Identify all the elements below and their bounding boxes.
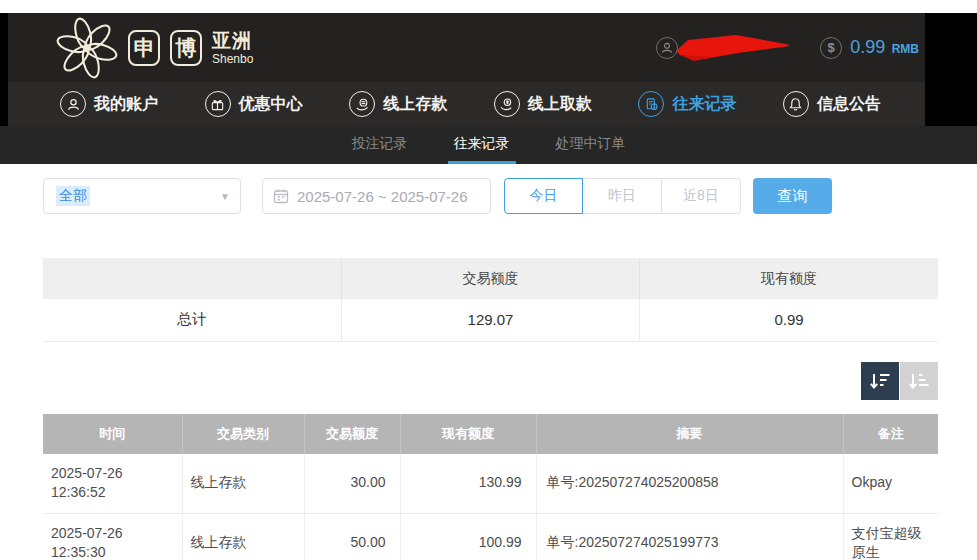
- date-range-value: 2025-07-26 ~ 2025-07-26: [297, 188, 468, 205]
- site-logo[interactable]: 申 博 亚洲 Shenbo: [56, 17, 253, 79]
- bell-icon: [783, 91, 809, 117]
- logo-wordmark: 亚洲 Shenbo: [212, 31, 253, 65]
- col-header-note: 备注: [843, 414, 938, 454]
- username-display[interactable]: [656, 31, 796, 65]
- col-header-time: 时间: [43, 414, 182, 454]
- cell-note: 支付宝超级原生: [843, 513, 938, 560]
- summary-table: 交易额度 现有额度 总计 129.07 0.99: [43, 258, 938, 342]
- cell-summary: 单号:202507274025200858: [536, 454, 843, 514]
- account-area: $ 0.99 RMB: [656, 31, 919, 65]
- dollar-circle-icon: $: [820, 37, 842, 59]
- cell-note: Okpay: [843, 454, 938, 514]
- cell-type: 线上存款: [182, 513, 304, 560]
- type-select[interactable]: 全部 ▼: [43, 178, 241, 214]
- table-row: 2025-07-26 12:36:52 线上存款 30.00 130.99 单号…: [43, 454, 938, 514]
- summary-header-row: 交易额度 现有额度: [43, 258, 938, 299]
- records-content: 全部 ▼ 2025-07-26 ~ 2025-07-26 今日 昨日: [0, 164, 977, 560]
- sort-controls: [43, 362, 938, 400]
- logo-char-bo: 博: [170, 30, 202, 66]
- col-header-type: 交易类别: [182, 414, 304, 454]
- nav-item-deposit[interactable]: 线上存款: [349, 91, 447, 117]
- transaction-records-page: 申 博 亚洲 Shenbo: [0, 0, 977, 560]
- cell-summary: 单号:202507274025199773: [536, 513, 843, 560]
- subtab-betting-records[interactable]: 投注记录: [346, 126, 414, 164]
- gift-icon: [205, 91, 231, 117]
- chevron-down-icon: ▼: [220, 191, 230, 202]
- person-icon: [60, 91, 86, 117]
- calendar-icon: [273, 188, 289, 204]
- date-range-input[interactable]: 2025-07-26 ~ 2025-07-26: [262, 178, 491, 214]
- records-document-icon: [638, 91, 664, 117]
- col-header-amount: 交易额度: [304, 414, 400, 454]
- yesterday-button[interactable]: 昨日: [583, 178, 662, 214]
- nav-item-withdraw[interactable]: 线上取款: [494, 91, 592, 117]
- subtab-pending-orders[interactable]: 处理中订单: [550, 126, 632, 164]
- cell-amount: 30.00: [304, 454, 400, 514]
- cell-amount: 50.00: [304, 513, 400, 560]
- cell-time: 2025-07-26 12:36:52: [43, 454, 182, 514]
- sort-amount-desc-button[interactable]: [861, 362, 899, 400]
- deposit-hand-coin-icon: [349, 91, 375, 117]
- nav-item-my-account[interactable]: 我的账户: [60, 91, 158, 117]
- col-header-summary: 摘要: [536, 414, 843, 454]
- logo-subtitle-text: Shenbo: [212, 53, 253, 65]
- summary-total-row: 总计 129.07 0.99: [43, 299, 938, 341]
- nav-item-records[interactable]: 往来记录: [638, 91, 736, 117]
- nav-item-announcements[interactable]: 信息公告: [783, 91, 881, 117]
- type-select-value: 全部: [56, 186, 90, 206]
- summary-total-label: 总计: [43, 299, 341, 341]
- balance-currency: RMB: [892, 42, 919, 56]
- table-row: 2025-07-26 12:35:30 线上存款 50.00 100.99 单号…: [43, 513, 938, 560]
- cell-time: 2025-07-26 12:35:30: [43, 513, 182, 560]
- sort-amount-asc-button[interactable]: [900, 362, 938, 400]
- filter-bar: 全部 ▼ 2025-07-26 ~ 2025-07-26 今日 昨日: [43, 178, 938, 214]
- cell-balance: 130.99: [400, 454, 536, 514]
- site-header-zone: 申 博 亚洲 Shenbo: [0, 13, 977, 164]
- balance-display[interactable]: $ 0.99 RMB: [820, 37, 919, 59]
- nav-item-promotions[interactable]: 优惠中心: [205, 91, 303, 117]
- cell-balance: 100.99: [400, 513, 536, 560]
- summary-header-trade: 交易额度: [341, 258, 639, 299]
- summary-header-balance: 现有额度: [640, 258, 938, 299]
- records-header-row: 时间 交易类别 交易额度 现有额度 摘要 备注: [43, 414, 938, 454]
- cell-type: 线上存款: [182, 454, 304, 514]
- main-nav: 我的账户 优惠中心 线上存款: [8, 82, 925, 126]
- logo-char-shen: 申: [128, 30, 160, 66]
- query-button[interactable]: 查询: [753, 178, 832, 214]
- col-header-balance: 现有额度: [400, 414, 536, 454]
- sub-nav: 投注记录 往来记录 处理中订单: [0, 126, 977, 164]
- summary-total-balance: 0.99: [640, 299, 938, 341]
- withdraw-hand-coin-icon: [494, 91, 520, 117]
- site-header: 申 博 亚洲 Shenbo: [8, 13, 925, 82]
- last-8-days-button[interactable]: 近8日: [662, 178, 741, 214]
- sort-amount-desc-icon: [869, 371, 891, 391]
- summary-total-trade: 129.07: [341, 299, 639, 341]
- summary-header-empty: [43, 258, 341, 299]
- balance-amount: 0.99: [850, 37, 885, 57]
- subtab-transaction-records[interactable]: 往来记录: [448, 126, 516, 164]
- redaction-scribble: [674, 33, 792, 63]
- flower-logo-icon: [56, 17, 118, 79]
- quick-date-group: 今日 昨日 近8日: [504, 178, 741, 214]
- records-table: 时间 交易类别 交易额度 现有额度 摘要 备注 2025-07-26 12:36…: [43, 414, 938, 560]
- today-button[interactable]: 今日: [504, 178, 583, 214]
- sort-amount-asc-icon: [908, 371, 930, 391]
- logo-region-text: 亚洲: [212, 31, 253, 50]
